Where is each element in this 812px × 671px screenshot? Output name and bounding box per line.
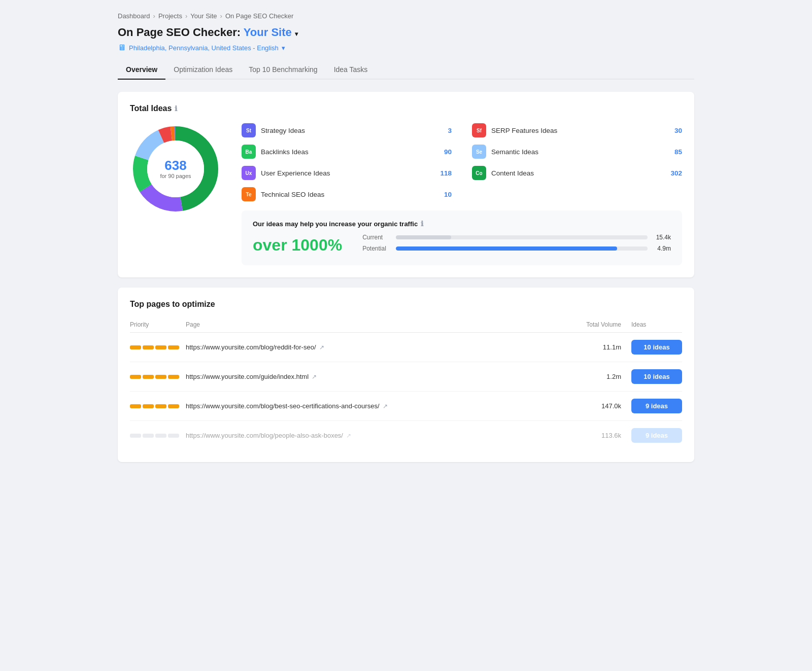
breadcrumb-current: On Page SEO Checker bbox=[225, 12, 293, 20]
idea-count-semantic[interactable]: 85 bbox=[667, 148, 682, 156]
idea-count-backlinks[interactable]: 90 bbox=[436, 148, 452, 156]
external-link-icon: ↗ bbox=[312, 373, 317, 380]
traffic-info-icon[interactable]: ℹ bbox=[421, 220, 423, 228]
external-link-icon: ↗ bbox=[319, 344, 324, 351]
idea-name-semantic: Semantic Ideas bbox=[491, 148, 662, 156]
current-bar-track bbox=[396, 235, 648, 239]
priority-dot bbox=[130, 404, 141, 408]
current-label: Current bbox=[362, 234, 391, 241]
priority-dot bbox=[168, 404, 179, 408]
donut-center: 638 for 90 pages bbox=[160, 159, 191, 179]
page-link-row3[interactable]: https://www.yoursite.com/blog/people-als… bbox=[186, 432, 565, 439]
idea-count-serp[interactable]: 30 bbox=[667, 127, 682, 134]
idea-name-technical: Technical SEO Ideas bbox=[261, 191, 431, 198]
ideas-button-row0[interactable]: 10 ideas bbox=[631, 340, 682, 355]
col-priority: Priority bbox=[130, 321, 186, 328]
potential-label: Potential bbox=[362, 245, 391, 252]
location-bar[interactable]: 🖥 Philadelphia, Pennsylvania, United Sta… bbox=[118, 43, 694, 52]
idea-badge-serp: Sf bbox=[472, 123, 486, 137]
table-row: https://www.yoursite.com/blog/reddit-for… bbox=[130, 333, 682, 362]
priority-dot bbox=[143, 375, 154, 379]
site-name-chevron[interactable]: ▾ bbox=[295, 30, 298, 38]
idea-count-content[interactable]: 302 bbox=[667, 169, 682, 177]
external-link-icon: ↗ bbox=[346, 432, 351, 439]
priority-dot bbox=[155, 375, 166, 379]
idea-name-ux: User Experience Ideas bbox=[261, 169, 431, 177]
priority-dot bbox=[155, 404, 166, 408]
page-link-row1[interactable]: https://www.yoursite.com/guide/index.htm… bbox=[186, 373, 565, 380]
idea-count-strategy[interactable]: 3 bbox=[436, 127, 452, 134]
idea-badge-ux: Ux bbox=[242, 166, 256, 180]
ideas-button-row3[interactable]: 9 ideas bbox=[631, 428, 682, 443]
ideas-grid: St Strategy Ideas 3 Sf SERP Features Ide… bbox=[242, 123, 682, 201]
potential-value: 4.9m bbox=[653, 245, 671, 252]
monitor-icon: 🖥 bbox=[118, 43, 126, 52]
traffic-percent: over 1000% bbox=[253, 236, 342, 255]
tab-optimization-ideas[interactable]: Optimization Ideas bbox=[165, 60, 241, 80]
total-ideas-card: Total Ideas ℹ bbox=[118, 92, 694, 277]
table-row: https://www.yoursite.com/blog/best-seo-c… bbox=[130, 392, 682, 421]
donut-chart: 638 for 90 pages bbox=[130, 123, 221, 215]
idea-count-technical[interactable]: 10 bbox=[436, 191, 452, 198]
page-title: On Page SEO Checker: Your Site ▾ bbox=[118, 26, 694, 39]
priority-row2 bbox=[130, 404, 186, 408]
breadcrumb-sep-2: › bbox=[185, 12, 187, 20]
total-ideas-info-icon[interactable]: ℹ bbox=[175, 104, 177, 113]
idea-count-ux[interactable]: 118 bbox=[436, 169, 452, 177]
priority-dot bbox=[130, 375, 141, 379]
location-chevron[interactable]: ▾ bbox=[282, 44, 285, 52]
idea-row-backlinks: Ba Backlinks Ideas 90 bbox=[242, 145, 452, 159]
idea-row-strategy: St Strategy Ideas 3 bbox=[242, 123, 452, 137]
priority-dot bbox=[155, 345, 166, 349]
priority-row0 bbox=[130, 345, 186, 349]
idea-name-serp: SERP Features Ideas bbox=[491, 127, 662, 134]
idea-badge-backlinks: Ba bbox=[242, 145, 256, 159]
priority-dot bbox=[168, 375, 179, 379]
total-ideas-title: Total Ideas ℹ bbox=[130, 104, 682, 113]
potential-bar-track bbox=[396, 246, 648, 251]
idea-name-strategy: Strategy Ideas bbox=[261, 127, 431, 134]
page-link-row0[interactable]: https://www.yoursite.com/blog/reddit-for… bbox=[186, 343, 565, 351]
breadcrumb-projects[interactable]: Projects bbox=[158, 12, 182, 20]
traffic-bars: Current 15.4k Potential bbox=[362, 234, 671, 256]
breadcrumb-sep-3: › bbox=[220, 12, 222, 20]
volume-row2: 147.0k bbox=[565, 402, 631, 410]
page-link-row2[interactable]: https://www.yoursite.com/blog/best-seo-c… bbox=[186, 402, 565, 410]
traffic-current-row: Current 15.4k bbox=[362, 234, 671, 241]
priority-row1 bbox=[130, 375, 186, 379]
priority-dot bbox=[130, 434, 141, 438]
breadcrumb-your-site[interactable]: Your Site bbox=[190, 12, 217, 20]
top-pages-card: Top pages to optimize Priority Page Tota… bbox=[118, 288, 694, 462]
site-name-link[interactable]: Your Site bbox=[244, 26, 292, 39]
priority-dot bbox=[143, 434, 154, 438]
priority-row3 bbox=[130, 434, 186, 438]
priority-dot bbox=[143, 404, 154, 408]
traffic-title: Our ideas may help you increase your org… bbox=[253, 220, 671, 228]
priority-dot bbox=[168, 434, 179, 438]
table-row: https://www.yoursite.com/blog/people-als… bbox=[130, 421, 682, 450]
volume-row3: 113.6k bbox=[565, 432, 631, 439]
tab-overview[interactable]: Overview bbox=[118, 60, 165, 80]
volume-row0: 11.1m bbox=[565, 343, 631, 351]
tab-idea-tasks[interactable]: Idea Tasks bbox=[326, 60, 376, 80]
tab-top10-benchmarking[interactable]: Top 10 Benchmarking bbox=[241, 60, 325, 80]
donut-label: for 90 pages bbox=[160, 173, 191, 179]
idea-row-semantic: Se Semantic Ideas 85 bbox=[472, 145, 682, 159]
traffic-box: Our ideas may help you increase your org… bbox=[242, 210, 682, 265]
table-header: Priority Page Total Volume Ideas bbox=[130, 317, 682, 333]
table-row: https://www.yoursite.com/guide/index.htm… bbox=[130, 362, 682, 392]
col-volume: Total Volume bbox=[565, 321, 631, 328]
ideas-button-row1[interactable]: 10 ideas bbox=[631, 369, 682, 384]
priority-dot bbox=[155, 434, 166, 438]
breadcrumb-dashboard[interactable]: Dashboard bbox=[118, 12, 150, 20]
navigation-tabs: Overview Optimization Ideas Top 10 Bench… bbox=[118, 60, 694, 80]
traffic-potential-row: Potential 4.9m bbox=[362, 245, 671, 252]
idea-badge-semantic: Se bbox=[472, 145, 486, 159]
ideas-button-row2[interactable]: 9 ideas bbox=[631, 399, 682, 413]
potential-bar-fill bbox=[396, 246, 617, 251]
priority-dot bbox=[130, 345, 141, 349]
location-text[interactable]: Philadelphia, Pennsylvania, United State… bbox=[129, 44, 279, 52]
idea-badge-technical: Te bbox=[242, 187, 256, 201]
idea-row-ux: Ux User Experience Ideas 118 bbox=[242, 166, 452, 180]
current-value: 15.4k bbox=[653, 234, 671, 241]
